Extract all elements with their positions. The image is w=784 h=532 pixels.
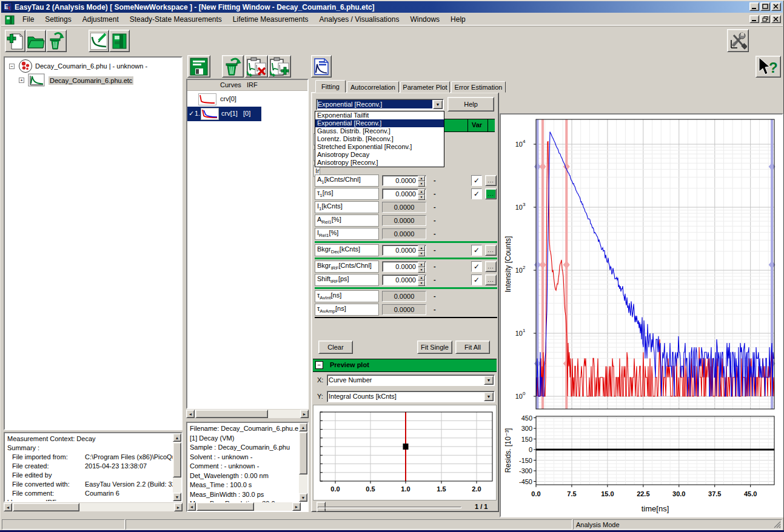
param-options-button[interactable]: ... [485, 274, 497, 285]
param-vary-checkbox[interactable]: ✓ [471, 175, 482, 186]
parameter-group-separator [315, 287, 497, 289]
mdi-close-button[interactable] [771, 15, 781, 23]
context-help-button[interactable]: ? [756, 56, 781, 78]
preview-y-combobox[interactable]: Integral Counts [kCnts] ▼ [327, 391, 495, 402]
value-spinner[interactable]: ▲▼ [418, 176, 425, 185]
value-spinner[interactable]: ▲▼ [418, 275, 425, 285]
menu-item-file[interactable]: File [17, 13, 39, 25]
tree-child-label[interactable]: Decay_Coumarin_6.phu.etc [49, 76, 133, 85]
file-info-vscrollbar[interactable]: ▲ ▼ [299, 423, 307, 502]
model-option[interactable]: Lorentz. Distrib. [Reconv.] [315, 135, 444, 143]
param-row: BkgrIRF[Cnts/Chnl]0.0000▲▼-✓... [315, 261, 497, 273]
preview-y-value: Integral Counts [kCnts] [329, 392, 483, 401]
app-icon: E τ [3, 2, 12, 12]
help-button[interactable]: Help [447, 97, 494, 111]
menu-item-lifetime-measurements[interactable]: Lifetime Measurements [227, 13, 314, 25]
svg-text:30.0: 30.0 [672, 490, 685, 497]
param-error-placeholder: - [434, 190, 436, 197]
settings-tools-button[interactable] [727, 29, 749, 52]
model-option[interactable]: Anisotropy Decay [315, 151, 444, 159]
add-to-clipboard-button[interactable] [268, 55, 291, 78]
model-dropdown-list[interactable]: Exponential TailfitExponential [Reconv.]… [315, 111, 444, 167]
param-value-input[interactable]: 0.0000▲▼ [382, 274, 426, 285]
mdi-restore-button[interactable] [760, 15, 770, 23]
tree-root-label[interactable]: Decay_Coumarin_6.phu | - unknown - [35, 62, 147, 70]
param-value-input[interactable]: 0.0000▲▼ [382, 245, 426, 256]
tab-autocorrelation[interactable]: Autocorrelation [347, 81, 399, 93]
tab-parameter-plot[interactable]: Parameter Plot [400, 81, 450, 93]
clear-button[interactable]: Clear [318, 341, 353, 354]
model-option[interactable]: Stretched Exponential [Reconv.] [315, 143, 444, 151]
param-value-input[interactable]: 0.0000▲▼ [382, 175, 426, 186]
analysis-tool-button[interactable] [89, 30, 109, 52]
curve-row-0[interactable]: crv[0] [187, 92, 307, 107]
menu-item-help[interactable]: Help [445, 13, 471, 25]
svg-text:22.5: 22.5 [637, 490, 649, 497]
mdi-child-icon[interactable] [5, 15, 15, 25]
combo-dropdown-arrow[interactable]: ▼ [484, 376, 494, 385]
mode-toggle-button[interactable] [109, 30, 130, 52]
tab-fitting[interactable]: Fitting [315, 80, 346, 93]
delete-button[interactable] [46, 30, 67, 52]
curves-list-hscrollbar[interactable]: ◄ ► [186, 410, 309, 418]
menu-item-windows[interactable]: Windows [404, 13, 445, 25]
minimize-button[interactable] [749, 2, 759, 11]
tab-error-estimation[interactable]: Error Estimation [451, 81, 506, 93]
combo-dropdown-arrow[interactable]: ▼ [433, 100, 443, 109]
combo-dropdown-arrow[interactable]: ▼ [484, 392, 494, 401]
param-options-button[interactable]: ... [485, 245, 497, 256]
model-option[interactable]: Gauss. Distrib. [Reconv.] [315, 127, 444, 135]
fit-all-button[interactable]: Fit All [455, 341, 490, 354]
model-combobox[interactable]: Exponential [Reconv.] ▼ [316, 99, 444, 110]
param-vary-checkbox[interactable]: ✓ [471, 245, 482, 256]
measurement-info-vscrollbar[interactable]: ▲ ▼ [173, 433, 181, 501]
fit-single-button[interactable]: Fit Single [417, 341, 452, 354]
value-spinner[interactable]: ▲▼ [418, 189, 425, 199]
model-selected-value: Exponential [Reconv.] [318, 100, 432, 108]
var-column-header: Var [472, 121, 482, 128]
model-option[interactable]: Exponential Tailfit [315, 111, 444, 119]
param-options-button[interactable]: ... [485, 188, 497, 199]
model-option[interactable]: Exponential [Reconv.] [315, 119, 444, 127]
easytau-logo-icon [112, 33, 127, 50]
save-curves-button[interactable] [187, 55, 210, 78]
resize-grip[interactable] [773, 520, 781, 528]
open-workspace-button[interactable] [25, 30, 46, 52]
model-option[interactable]: Anisotropy [Reconv.] [315, 159, 444, 167]
value-spinner[interactable]: ▲▼ [418, 245, 425, 255]
svg-text:2.0: 2.0 [472, 485, 481, 493]
menu-item-adjustment[interactable]: Adjustment [77, 13, 124, 25]
param-vary-checkbox[interactable]: ✓ [471, 274, 482, 285]
curve-row-1[interactable]: ✓ 1. crv[1] [0] [187, 107, 261, 121]
svg-text:15.0: 15.0 [601, 490, 614, 497]
parameter-group-separator [315, 258, 497, 259]
mdi-minimize-button[interactable] [749, 15, 759, 23]
menu-item-settings[interactable]: Settings [39, 13, 76, 25]
maximize-button[interactable] [760, 2, 770, 11]
svg-text:0: 0 [529, 446, 532, 453]
collapse-preview-toggle[interactable]: − [315, 361, 323, 369]
param-row: I1[kCnts]0.0000- [315, 201, 497, 213]
curve-pager-slider-track[interactable] [318, 507, 461, 508]
decay-plot[interactable]: 1001011021031044503001500-150-300-4500.0… [501, 115, 782, 516]
menu-item-analyses-visualisations[interactable]: Analyses / Visualisations [314, 13, 405, 25]
menu-item-steady-state-measurements[interactable]: Steady-State Measurements [124, 13, 227, 25]
svg-text:-300: -300 [519, 467, 532, 474]
param-options-button[interactable]: ... [485, 175, 497, 186]
param-options-button[interactable]: ... [485, 261, 497, 272]
new-workspace-button[interactable] [5, 30, 25, 52]
svg-text:150: 150 [521, 436, 532, 443]
delete-curve-button[interactable] [222, 55, 244, 78]
param-value-input[interactable]: 0.0000▲▼ [382, 261, 426, 272]
param-value-input[interactable]: 0.0000▲▼ [382, 188, 426, 199]
tree-collapse-toggle[interactable]: − [9, 64, 15, 69]
param-vary-checkbox[interactable]: ✓ [471, 261, 482, 272]
left-panel-hscrollbar[interactable]: ◄ ► [4, 503, 183, 511]
info-line: Summary : [7, 444, 179, 453]
remove-from-clipboard-button[interactable] [245, 55, 268, 78]
value-spinner[interactable]: ▲▼ [418, 262, 425, 271]
close-button[interactable] [771, 2, 781, 11]
tree-expand-toggle[interactable]: + [19, 78, 24, 83]
param-vary-checkbox[interactable]: ✓ [471, 188, 482, 199]
preview-x-combobox[interactable]: Curve Number ▼ [327, 374, 495, 386]
